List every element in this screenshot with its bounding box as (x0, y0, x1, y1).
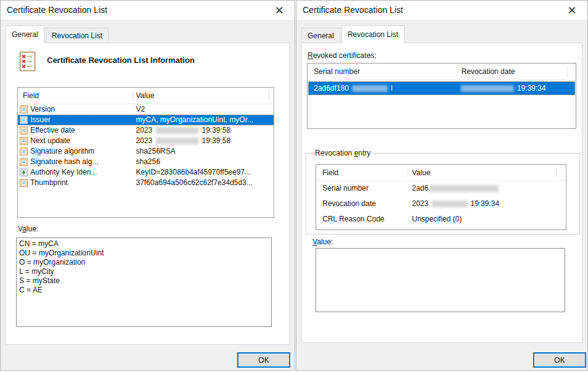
value-label: Value: (313, 238, 333, 246)
titlebar[interactable]: Certificate Revocation List ✕ (296, 1, 587, 20)
certificate-field-icon (20, 137, 28, 145)
redacted-text (429, 185, 498, 192)
window-title: Certificate Revocation List (7, 5, 107, 15)
field-name: Authority Key Iden... (30, 168, 97, 176)
certificate-field-icon (20, 147, 28, 155)
column-divider[interactable] (457, 66, 458, 77)
table-row-signature-algorithm[interactable]: Signature algorithm sha256RSA (18, 146, 274, 157)
extension-download-icon (20, 168, 28, 176)
column-header-serial[interactable]: Serial number (314, 64, 360, 80)
table-row-authority-key-identifier[interactable]: Authority Key Iden... KeyID=283086b4af45… (18, 167, 274, 178)
table-row-issuer-selected[interactable]: Issuer myCA, myOrganizationUint, myOr... (18, 115, 274, 125)
serial-number-cell: 2ad6df180 l (314, 84, 392, 93)
value-line: C = AE (19, 286, 269, 295)
list-header: Field Value (316, 165, 566, 181)
field-name: Serial number (322, 184, 369, 192)
revocation-date-cell: 19:39:34 (458, 84, 546, 93)
list-header: Field Value (18, 88, 274, 104)
field-value: 2023 19:39:58 (136, 126, 230, 134)
revocation-entry-group: Revocation entry Field Value Serial numb… (306, 153, 580, 234)
field-name: Effective date (30, 126, 75, 134)
table-row-signature-hash[interactable]: Signature hash alg... sha256 (18, 157, 274, 167)
field-name: Revocation date (322, 199, 376, 208)
entry-row-serial-number[interactable]: Serial number 2ad6 (316, 181, 566, 196)
column-divider[interactable] (269, 90, 269, 101)
table-row-effective-date[interactable]: Effective date 2023 19:39:58 (18, 125, 274, 136)
field-name: Signature hash alg... (30, 157, 98, 166)
redacted-text (156, 127, 199, 134)
field-name: Signature algorithm (30, 147, 94, 155)
crl-dialog-revocation-list: Certificate Revocation List ✕ General Re… (296, 0, 588, 371)
field-name: CRL Reason Code (322, 215, 384, 223)
revocation-entry-label: Revocation entry (313, 149, 373, 157)
tab-strip: General Revocation List (301, 25, 406, 43)
tab-general[interactable]: General (301, 28, 340, 43)
tab-page-general: Certificate Revocation List Information … (6, 43, 290, 345)
field-name: Thumbprint (30, 178, 68, 187)
column-divider[interactable] (567, 66, 568, 77)
field-value: sha256RSA (136, 147, 175, 155)
revoked-certificates-label: Revoked certificates: (308, 51, 376, 60)
list-header: Serial number Revocation date (308, 64, 576, 80)
revoked-certificate-row-selected[interactable]: 2ad6df180 l 19:39:34 (308, 81, 575, 95)
certificate-field-icon (20, 105, 28, 114)
value-line: S = myState (19, 276, 269, 286)
entry-row-revocation-date[interactable]: Revocation date 2023 19:39:34 (316, 196, 566, 212)
column-header-value[interactable]: Value (412, 165, 430, 180)
field-value: 2023 19:39:58 (136, 136, 230, 145)
entry-row-crl-reason-code[interactable]: CRL Reason Code Unspecified (0) (316, 212, 566, 227)
column-header-field[interactable]: Field (322, 165, 338, 180)
tab-page-revocation-list: Revoked certificates: Serial number Revo… (301, 43, 582, 343)
field-value: KeyID=283086b4af45970ff5ee97... (136, 168, 251, 176)
close-icon[interactable]: ✕ (564, 2, 580, 19)
column-header-date[interactable]: Revocation date (461, 64, 515, 80)
certificate-field-icon (20, 179, 28, 187)
revocation-entry-table[interactable]: Field Value Serial number 2ad6 Revoca (316, 164, 566, 230)
value-line: L = myCity (19, 267, 269, 276)
ok-button[interactable]: OK (533, 352, 586, 368)
close-icon[interactable]: ✕ (271, 2, 287, 19)
crl-dialog-general: Certificate Revocation List ✕ General Re… (0, 0, 295, 371)
certificate-field-icon (20, 158, 28, 166)
field-value: sha256 (136, 157, 160, 166)
titlebar[interactable]: Certificate Revocation List ✕ (1, 1, 295, 20)
redacted-text (432, 200, 468, 207)
column-divider[interactable] (556, 167, 556, 178)
tab-general[interactable]: General (6, 25, 44, 43)
field-value: 2ad6 (412, 184, 502, 192)
table-row-next-update[interactable]: Next update 2023 19:39:58 (18, 136, 274, 146)
value-line: OU = myOrganizationUint (19, 249, 269, 258)
redacted-text (352, 85, 388, 92)
field-value: 2023 19:39:34 (412, 199, 499, 208)
field-value: myCA, myOrganizationUint, myOr... (136, 115, 253, 124)
page-title: Certificate Revocation List Information (47, 56, 195, 65)
field-value: V2 (136, 105, 145, 114)
value-line: O = myOrganization (19, 258, 269, 267)
column-divider[interactable] (133, 90, 133, 101)
column-header-field[interactable]: Field (23, 88, 39, 104)
tab-strip: General Revocation List (6, 25, 110, 43)
value-textarea[interactable]: CN = myCA OU = myOrganizationUint O = my… (16, 238, 272, 327)
certificate-field-icon (20, 116, 28, 124)
ok-button[interactable]: OK (237, 352, 290, 368)
value-textarea[interactable] (316, 248, 565, 312)
table-row-thumbprint[interactable]: Thumbprint 37f60a694a506c62c62f7e34d5d3.… (18, 178, 274, 188)
tab-revocation-list[interactable]: Revocation List (46, 28, 109, 43)
field-value: 37f60a694a506c62c62f7e34d5d3... (136, 178, 253, 187)
field-value: Unspecified (0) (412, 215, 462, 223)
tab-revocation-list[interactable]: Revocation List (342, 25, 405, 43)
certificate-field-icon (20, 126, 28, 134)
column-header-value[interactable]: Value (136, 88, 154, 104)
field-name: Issuer (30, 115, 51, 124)
crl-fields-list[interactable]: Field Value Version V2 Issuer myCA, myOr… (17, 87, 274, 218)
value-label: Value: (18, 225, 38, 233)
window-title: Certificate Revocation List (303, 5, 403, 15)
redacted-text (461, 85, 514, 92)
revoked-certificates-list[interactable]: Serial number Revocation date 2ad6df180 … (307, 63, 576, 129)
table-row-version[interactable]: Version V2 (18, 104, 274, 115)
value-line: CN = myCA (19, 239, 269, 249)
column-divider[interactable] (408, 167, 408, 178)
field-name: Version (30, 105, 55, 114)
redacted-text (156, 138, 199, 144)
crl-document-icon (19, 51, 36, 74)
